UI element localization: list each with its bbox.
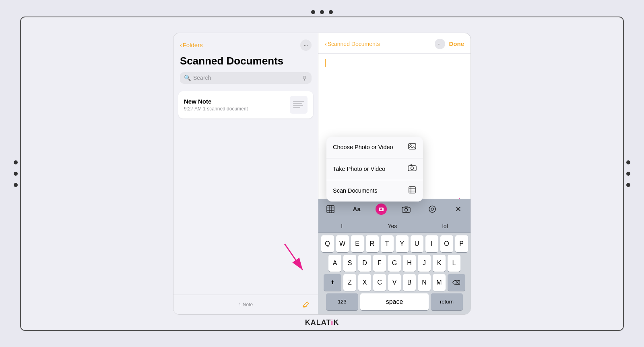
take-photo-video-item[interactable]: Take Photo or Video xyxy=(326,158,423,180)
notes-header: ‹ Folders ··· Scanned Documents 🔍 Search… xyxy=(173,33,318,87)
back-to-folders[interactable]: ‹ Folders xyxy=(180,42,203,48)
note-card[interactable]: New Note 9:27 AM 1 scanned document xyxy=(178,91,313,118)
scan-documents-item[interactable]: Scan Documents xyxy=(326,180,423,202)
key-u[interactable]: U xyxy=(411,235,423,252)
thumb-line xyxy=(293,103,302,104)
key-m[interactable]: M xyxy=(433,274,446,291)
editor-back-button[interactable]: ‹ Scanned Documents xyxy=(325,41,380,47)
left-dots xyxy=(14,160,18,187)
toolbar-camera-group xyxy=(376,204,387,215)
chevron-left-icon: ‹ xyxy=(325,41,327,47)
key-h[interactable]: H xyxy=(403,255,416,272)
diagonal-arrow-svg xyxy=(279,240,311,276)
key-n[interactable]: N xyxy=(418,274,431,291)
key-row-4: 123 space return xyxy=(320,293,469,310)
svg-point-4 xyxy=(411,167,414,170)
key-r[interactable]: R xyxy=(366,235,379,252)
font-toolbar-button[interactable]: Aa xyxy=(349,202,364,216)
editor-actions: ··· Done xyxy=(435,39,464,49)
key-i[interactable]: I xyxy=(425,235,438,252)
mic-icon: 🎙 xyxy=(301,75,308,81)
key-123[interactable]: 123 xyxy=(326,293,358,310)
chevron-left-icon: ‹ xyxy=(180,42,182,48)
text-cursor xyxy=(325,59,326,67)
svg-point-15 xyxy=(405,208,407,211)
key-f[interactable]: F xyxy=(373,255,386,272)
choose-photo-icon xyxy=(408,142,417,153)
suggestion-i[interactable]: I xyxy=(336,221,347,231)
editor-done-button[interactable]: Done xyxy=(449,40,464,47)
phone-wrapper: ‹ Folders ··· Scanned Documents 🔍 Search… xyxy=(173,33,471,315)
note-card-content: New Note 9:27 AM 1 scanned document xyxy=(184,98,248,112)
keyboard-rows: Q W E R T Y U I O P A S D xyxy=(318,233,471,314)
take-photo-video-label: Take Photo or Video xyxy=(333,166,385,172)
thumb-line xyxy=(293,105,303,106)
key-o[interactable]: O xyxy=(440,235,453,252)
key-backspace[interactable]: ⌫ xyxy=(448,274,465,291)
key-y[interactable]: Y xyxy=(396,235,409,252)
outer-frame: ‹ Folders ··· Scanned Documents 🔍 Search… xyxy=(20,17,624,331)
editor-back-label: Scanned Documents xyxy=(328,41,380,47)
suggestion-yes[interactable]: Yes xyxy=(383,221,402,231)
choose-photo-video-label: Choose Photo or Video xyxy=(333,144,393,150)
key-w[interactable]: W xyxy=(336,235,349,252)
key-space[interactable]: space xyxy=(360,293,429,310)
keyboard-suggestions: I Yes lol xyxy=(318,220,471,233)
key-t[interactable]: T xyxy=(381,235,394,252)
svg-rect-5 xyxy=(411,164,412,165)
right-dots xyxy=(626,160,630,187)
note-editor-panel: ‹ Scanned Documents ··· Done Choose Phot… xyxy=(318,33,471,315)
diagonal-arrow-wrapper xyxy=(279,240,311,278)
pink-circle-button[interactable] xyxy=(376,204,387,215)
key-z[interactable]: Z xyxy=(343,274,356,291)
key-j[interactable]: J xyxy=(418,255,431,272)
choose-photo-video-item[interactable]: Choose Photo or Video xyxy=(326,137,423,158)
scan-documents-label: Scan Documents xyxy=(333,187,377,194)
thumb-lines xyxy=(291,99,307,110)
watermark-accent: i xyxy=(331,318,333,326)
notes-footer: 1 Note xyxy=(173,295,318,314)
key-return[interactable]: return xyxy=(431,293,463,310)
editor-more-button[interactable]: ··· xyxy=(435,39,445,49)
key-c[interactable]: C xyxy=(373,274,386,291)
watermark: KALATiK xyxy=(305,318,339,327)
compose-button[interactable] xyxy=(300,299,312,310)
thumb-line xyxy=(293,107,300,108)
editor-nav: ‹ Scanned Documents ··· Done xyxy=(318,33,471,54)
key-k[interactable]: K xyxy=(433,255,446,272)
camera-toolbar-button[interactable] xyxy=(399,202,413,216)
search-placeholder-text: Search xyxy=(193,75,299,81)
key-a[interactable]: A xyxy=(328,255,341,272)
key-l[interactable]: L xyxy=(448,255,460,272)
key-v[interactable]: V xyxy=(388,274,401,291)
key-s[interactable]: S xyxy=(343,255,356,272)
svg-rect-3 xyxy=(408,166,416,171)
search-bar[interactable]: 🔍 Search 🎙 xyxy=(180,72,312,84)
note-thumbnail xyxy=(290,96,308,114)
key-b[interactable]: B xyxy=(403,274,416,291)
notes-count: 1 Note xyxy=(191,302,300,308)
key-x[interactable]: X xyxy=(358,274,371,291)
key-shift[interactable]: ⬆ xyxy=(324,274,341,291)
notes-list-title: Scanned Documents xyxy=(180,55,312,67)
keyboard-area: Aa xyxy=(318,199,471,314)
svg-point-16 xyxy=(429,206,436,212)
table-toolbar-button[interactable] xyxy=(323,202,338,216)
key-d[interactable]: D xyxy=(358,255,371,272)
svg-line-19 xyxy=(285,244,303,270)
key-row-2: A S D F G H J K L xyxy=(320,255,469,272)
scan-toolbar-button[interactable] xyxy=(425,202,440,216)
notes-more-button[interactable]: ··· xyxy=(300,39,312,51)
take-photo-icon xyxy=(408,164,417,175)
folders-back-label: Folders xyxy=(183,42,203,48)
top-dots xyxy=(311,10,333,14)
note-title: New Note xyxy=(184,98,248,105)
key-row-1: Q W E R T Y U I O P xyxy=(320,235,469,252)
context-menu: Choose Photo or Video Take Photo or Vide… xyxy=(326,137,423,202)
key-q[interactable]: Q xyxy=(321,235,334,252)
close-toolbar-button[interactable]: ✕ xyxy=(451,202,466,216)
key-e[interactable]: E xyxy=(351,235,364,252)
key-p[interactable]: P xyxy=(455,235,468,252)
key-g[interactable]: G xyxy=(388,255,401,272)
suggestion-lol[interactable]: lol xyxy=(438,221,453,231)
